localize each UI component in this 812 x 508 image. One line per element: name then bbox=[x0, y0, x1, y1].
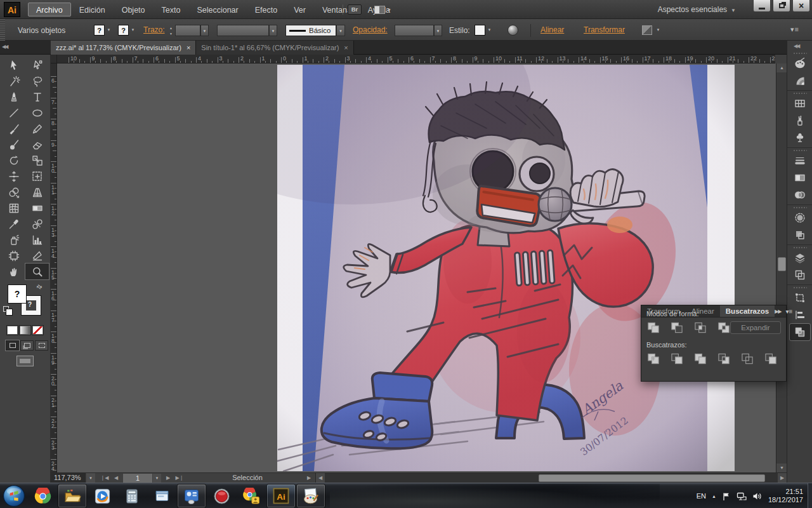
bridge-button[interactable]: Br bbox=[348, 4, 362, 15]
document-setup-icon[interactable] bbox=[508, 25, 518, 36]
default-fill-stroke-icon[interactable] bbox=[3, 306, 9, 312]
gradient-button[interactable] bbox=[19, 325, 31, 335]
scroll-down-icon[interactable]: ▼ bbox=[776, 464, 787, 472]
opacity-link[interactable]: Opacidad: bbox=[353, 25, 388, 36]
menu-ver[interactable]: Ver bbox=[285, 3, 314, 17]
draw-behind-button[interactable] bbox=[20, 340, 34, 351]
tab-close-icon[interactable]: × bbox=[187, 44, 190, 51]
shape-builder-tool[interactable] bbox=[2, 184, 25, 200]
stroke-color-swatch[interactable]: ? bbox=[118, 25, 129, 36]
pen-tool[interactable] bbox=[2, 89, 25, 105]
status-expand-icon[interactable]: ▶ bbox=[304, 473, 313, 483]
menu-archivo[interactable]: Archivo bbox=[28, 3, 71, 17]
scroll-right-icon[interactable]: ▶ bbox=[778, 473, 787, 483]
collapse-tools-icon[interactable]: ◀◀ bbox=[2, 44, 7, 50]
menu-efecto[interactable]: Efecto bbox=[247, 3, 285, 17]
dock-swatches-icon[interactable] bbox=[790, 95, 810, 112]
artboard-dropdown[interactable]: ▼ bbox=[153, 474, 161, 483]
isolate-selected-object-icon[interactable] bbox=[642, 25, 652, 35]
opacity-dropdown[interactable]: ▼ bbox=[434, 25, 442, 36]
pencil-tool[interactable] bbox=[25, 121, 49, 137]
zoom-level-field[interactable]: 117,73% bbox=[51, 473, 86, 483]
placed-photo-of-drawing[interactable]: Angela 30/07/2012 bbox=[277, 65, 735, 471]
volume-icon[interactable] bbox=[752, 491, 763, 501]
dock-color-icon[interactable] bbox=[790, 55, 810, 72]
arrange-documents-button[interactable]: ▼ bbox=[374, 4, 396, 15]
dock-brushes-icon[interactable] bbox=[790, 112, 810, 129]
taskbar-screen-recorder-button[interactable] bbox=[207, 484, 236, 508]
dock-pathfinder-icon[interactable] bbox=[790, 324, 810, 340]
mesh-tool[interactable] bbox=[2, 200, 25, 216]
vertical-scroll-thumb[interactable] bbox=[778, 257, 786, 271]
show-desktop-button[interactable] bbox=[808, 483, 812, 508]
language-indicator[interactable]: EN bbox=[697, 492, 706, 500]
width-tool[interactable] bbox=[2, 168, 25, 184]
pathfinder-minus-back-button[interactable] bbox=[763, 352, 779, 365]
network-icon[interactable] bbox=[737, 491, 747, 501]
width-profile-dropdown[interactable]: ▼ bbox=[269, 25, 277, 36]
ellipse-tool[interactable] bbox=[25, 105, 49, 121]
horizontal-scroll-thumb[interactable] bbox=[539, 474, 765, 482]
workspace-switcher[interactable]: Aspectos esenciales▼ bbox=[658, 0, 736, 19]
canvas-pasteboard[interactable]: Angela 30/07/2012 bbox=[57, 64, 776, 472]
transform-options-dropdown[interactable]: ▼ bbox=[655, 25, 662, 36]
scroll-left-icon[interactable]: ◀ bbox=[316, 473, 325, 483]
dock-gradient-icon[interactable] bbox=[790, 170, 810, 186]
taskbar-chrome-button[interactable] bbox=[28, 484, 57, 508]
horizontal-ruler[interactable]: 1098765432101234567891011121314151617181… bbox=[57, 55, 775, 64]
menu-texto[interactable]: Texto bbox=[154, 3, 189, 17]
fill-indicator[interactable]: ? bbox=[8, 284, 27, 304]
dock-layers-icon[interactable] bbox=[790, 250, 810, 266]
pathfinder-crop-button[interactable] bbox=[716, 352, 732, 365]
taskbar-paint-button[interactable] bbox=[296, 484, 325, 508]
dock-appearance-icon[interactable] bbox=[790, 210, 810, 226]
close-button[interactable]: × bbox=[792, 0, 810, 12]
collapse-panel-icon[interactable]: ▶▶ bbox=[775, 309, 781, 314]
shape-mode-unite-button[interactable] bbox=[645, 321, 662, 334]
brush-definition-field[interactable]: Básico bbox=[285, 25, 336, 36]
dock-stroke-icon[interactable] bbox=[790, 152, 810, 169]
dock-color-guide-icon[interactable] bbox=[790, 72, 810, 89]
last-artboard-button[interactable]: ▶❘ bbox=[174, 473, 185, 483]
transform-link[interactable]: Transformar bbox=[584, 25, 625, 36]
brush-definition-dropdown[interactable]: ▼ bbox=[336, 25, 345, 36]
show-hidden-icons[interactable]: ▲ bbox=[712, 494, 716, 498]
previous-artboard-button[interactable]: ◀ bbox=[112, 473, 121, 483]
eraser-tool[interactable] bbox=[25, 137, 49, 152]
expand-button[interactable]: Expandir bbox=[730, 321, 781, 334]
pathfinder-divide-button[interactable] bbox=[645, 352, 662, 365]
horizontal-scrollbar[interactable]: ◀ ▶ bbox=[315, 473, 787, 483]
screen-mode-button[interactable] bbox=[16, 356, 34, 366]
stroke-width-stepper[interactable]: ▲▼ bbox=[167, 25, 174, 36]
direct-selection-tool[interactable] bbox=[25, 57, 49, 73]
vertical-scrollbar[interactable]: ▲ ▼ bbox=[776, 64, 787, 472]
scroll-up-icon[interactable]: ▲ bbox=[776, 64, 787, 72]
lasso-tool[interactable] bbox=[25, 73, 49, 89]
expand-panels-icon[interactable]: ◀◀ bbox=[794, 43, 799, 49]
stroke-color-dropdown[interactable]: ▼ bbox=[129, 25, 136, 36]
style-swatch[interactable] bbox=[475, 25, 485, 36]
paintbrush-tool[interactable] bbox=[2, 121, 25, 137]
control-panel-menu-icon[interactable]: ▾≡ bbox=[790, 25, 799, 34]
draw-inside-button[interactable] bbox=[35, 340, 48, 351]
taskbar-app-window-button[interactable] bbox=[147, 484, 176, 508]
rotate-tool[interactable] bbox=[2, 152, 25, 168]
stroke-link[interactable]: Trazo: bbox=[143, 25, 165, 36]
opacity-field[interactable] bbox=[395, 25, 434, 36]
column-graph-tool[interactable] bbox=[25, 232, 49, 248]
shape-mode-minus-front-button[interactable] bbox=[669, 321, 685, 334]
fill-color-swatch[interactable]: ? bbox=[94, 25, 105, 36]
symbol-sprayer-tool[interactable] bbox=[2, 232, 25, 248]
menu-objeto[interactable]: Objeto bbox=[114, 3, 154, 17]
taskbar-control-panel-button[interactable] bbox=[177, 484, 206, 508]
scale-tool[interactable] bbox=[25, 152, 49, 168]
vertical-ruler[interactable]: 6789101112131415161718192021222324 bbox=[51, 64, 57, 472]
minimize-button[interactable] bbox=[753, 0, 771, 12]
control-bar-gripper[interactable] bbox=[0, 19, 5, 41]
artboard-number-field[interactable]: 1 bbox=[123, 474, 152, 483]
pathfinder-outline-button[interactable] bbox=[739, 352, 756, 365]
pathfinder-merge-button[interactable] bbox=[692, 352, 709, 365]
gradient-tool[interactable] bbox=[25, 200, 49, 216]
menu-seleccionar[interactable]: Seleccionar bbox=[188, 3, 246, 17]
panel-menu-icon[interactable]: ▾≡ bbox=[786, 308, 793, 315]
